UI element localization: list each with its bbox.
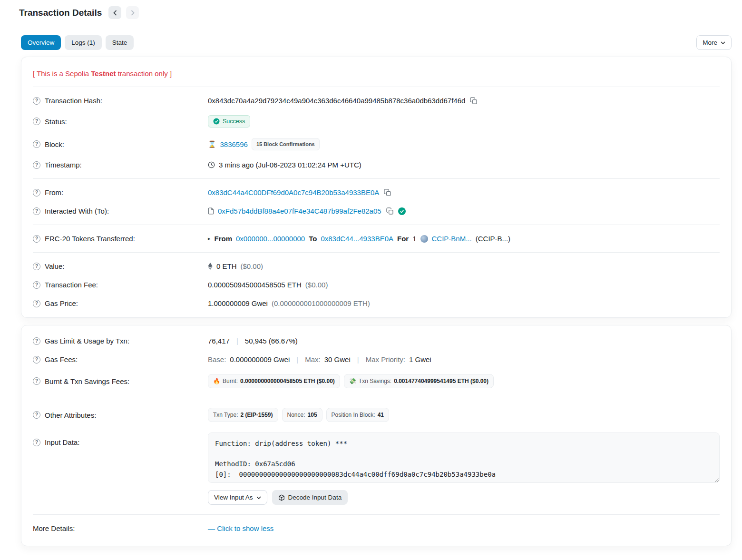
contract-icon xyxy=(208,207,214,215)
pipe-separator: | xyxy=(354,355,362,364)
help-icon[interactable]: ? xyxy=(33,356,40,364)
divider xyxy=(33,178,720,179)
erc20-from-address-link[interactable]: 0x000000...00000000 xyxy=(236,235,305,243)
tab-state[interactable]: State xyxy=(106,35,134,50)
position-value: 41 xyxy=(378,412,384,418)
row-label: ? Interacted With (To): xyxy=(33,207,208,215)
row-value: 1.000000009 Gwei (0.000000001000000009 E… xyxy=(208,299,720,307)
txn-savings-badge-value: 0.001477404999541495 ETH ($0.00) xyxy=(394,378,488,384)
divider xyxy=(33,225,720,225)
testnet-notice: [ This is a Sepolia Testnet transaction … xyxy=(33,60,720,82)
chevron-down-icon xyxy=(256,496,261,499)
copy-icon[interactable] xyxy=(469,97,478,104)
page-title: Transaction Details xyxy=(19,8,102,18)
copy-icon[interactable] xyxy=(383,189,392,196)
max-fee-value: 30 Gwei xyxy=(324,355,351,364)
divider xyxy=(33,514,720,515)
help-icon[interactable]: ? xyxy=(33,189,40,196)
erc20-token-link[interactable]: CCIP-BnM... xyxy=(432,235,472,243)
row-from: ? From: 0x83dC44a4C00DFf69d0A0c7c94B20b5… xyxy=(33,183,720,202)
erc20-from-word: From xyxy=(215,235,233,243)
decode-input-data-button[interactable]: Decode Input Data xyxy=(272,490,348,505)
transaction-hash-label: Transaction Hash: xyxy=(45,97,102,105)
details-card: ? Gas Limit & Usage by Txn: 76,417 | 50,… xyxy=(21,325,732,546)
gas-limit-label: Gas Limit & Usage by Txn: xyxy=(45,337,129,345)
help-icon[interactable]: ? xyxy=(33,140,40,148)
erc20-to-address-link[interactable]: 0x83dC44...4933BE0A xyxy=(321,235,393,243)
help-icon[interactable]: ? xyxy=(33,263,40,270)
row-label: ? From: xyxy=(33,188,208,196)
cube-icon xyxy=(278,494,285,501)
row-gas-fees: ? Gas Fees: Base: 0.000000009 Gwei | Max… xyxy=(33,350,720,369)
fire-icon: 🔥 xyxy=(213,378,220,384)
view-input-as-label: View Input As xyxy=(214,494,253,501)
transaction-fee-amount: 0.000050945000458505 ETH xyxy=(208,281,302,289)
help-icon[interactable]: ? xyxy=(33,337,40,345)
help-icon[interactable]: ? xyxy=(33,118,40,125)
caret-right-icon: ▸ xyxy=(208,236,211,241)
row-burnt-savings: ? Burnt & Txn Savings Fees: 🔥 Burnt: 0.0… xyxy=(33,369,720,393)
notice-suffix: transaction only ] xyxy=(116,69,172,78)
more-dropdown-button[interactable]: More xyxy=(696,35,732,50)
divider xyxy=(33,87,720,87)
txn-type-label: Txn Type: xyxy=(213,412,238,418)
row-value: Base: 0.000000009 Gwei | Max: 30 Gwei | … xyxy=(208,355,720,364)
row-label: ? Value: xyxy=(33,262,208,270)
help-icon[interactable]: ? xyxy=(33,235,40,243)
from-address-link[interactable]: 0x83dC44a4C00DFf69d0A0c7c94B20b53a4933BE… xyxy=(208,188,379,196)
help-icon[interactable]: ? xyxy=(33,411,40,419)
row-value: 0x83dC44a4C00DFf69d0A0c7c94B20b53a4933BE… xyxy=(208,188,720,196)
divider xyxy=(33,398,720,398)
row-label: ? Other Attributes: xyxy=(33,411,208,419)
row-transaction-hash: ? Transaction Hash: 0x843dc70a4a29d79234… xyxy=(33,91,720,110)
chevron-right-icon xyxy=(131,10,135,16)
status-badge-text: Success xyxy=(223,118,245,125)
pipe-separator: | xyxy=(234,337,241,345)
row-status: ? Status: Success xyxy=(33,110,720,133)
view-input-as-button[interactable]: View Input As xyxy=(208,490,267,505)
hourglass-icon: ⌛ xyxy=(208,141,216,147)
row-block: ? Block: ⌛ 3836596 15 Block Confirmation… xyxy=(33,133,720,156)
position-in-block-badge: Position In Block: 41 xyxy=(326,408,389,422)
row-label: ? Burnt & Txn Savings Fees: xyxy=(33,377,208,385)
erc20-to-word: To xyxy=(309,235,317,243)
prev-transaction-button[interactable] xyxy=(108,6,121,19)
row-value: 3 mins ago (Jul-06-2023 01:02:24 PM +UTC… xyxy=(208,161,720,169)
help-icon[interactable]: ? xyxy=(33,439,40,446)
help-icon[interactable]: ? xyxy=(33,161,40,169)
row-value: 0x843dc70a4a29d79234c49a904c363d6c46640a… xyxy=(208,97,720,105)
copy-icon[interactable] xyxy=(385,207,394,215)
erc20-for-word: For xyxy=(397,235,409,243)
other-attributes-label: Other Attributes: xyxy=(45,411,96,419)
status-badge: Success xyxy=(208,115,250,128)
row-value: Function: drip(address token) *** Method… xyxy=(208,432,720,505)
tab-overview[interactable]: Overview xyxy=(21,35,61,50)
timestamp-label: Timestamp: xyxy=(45,161,82,169)
more-label: More xyxy=(703,39,717,46)
help-icon[interactable]: ? xyxy=(33,97,40,105)
nonce-label: Nonce: xyxy=(287,412,305,418)
help-icon[interactable]: ? xyxy=(33,377,40,385)
divider xyxy=(33,252,720,253)
help-icon[interactable]: ? xyxy=(33,207,40,215)
interacted-with-label: Interacted With (To): xyxy=(45,207,109,215)
txn-type-badge: Txn Type: 2 (EIP-1559) xyxy=(208,408,278,422)
to-address-link[interactable]: 0xFd57b4ddBf88a4e07fF4e34C487b99af2Fe82a… xyxy=(218,207,381,215)
block-confirmations-badge: 15 Block Confirmations xyxy=(252,138,320,150)
max-fee-label: Max: xyxy=(305,355,321,364)
next-transaction-button[interactable] xyxy=(126,6,139,19)
block-number-link[interactable]: 3836596 xyxy=(220,140,247,148)
erc20-token-alt: (CCIP-B...) xyxy=(476,235,510,243)
nonce-value: 105 xyxy=(308,412,317,418)
show-less-link[interactable]: — Click to show less xyxy=(208,524,273,532)
page-header: Transaction Details xyxy=(0,0,742,25)
help-icon[interactable]: ? xyxy=(33,281,40,289)
row-label: ? Block: xyxy=(33,140,208,148)
input-data-textarea[interactable]: Function: drip(address token) *** Method… xyxy=(208,432,720,483)
tab-logs[interactable]: Logs (1) xyxy=(65,35,102,50)
value-amount: 0 ETH xyxy=(216,262,237,270)
help-icon[interactable]: ? xyxy=(33,300,40,307)
block-label: Block: xyxy=(45,140,64,148)
main-content: [ This is a Sepolia Testnet transaction … xyxy=(0,57,742,560)
row-erc20-transfers: ? ERC-20 Tokens Transferred: ▸ From 0x00… xyxy=(33,229,720,248)
